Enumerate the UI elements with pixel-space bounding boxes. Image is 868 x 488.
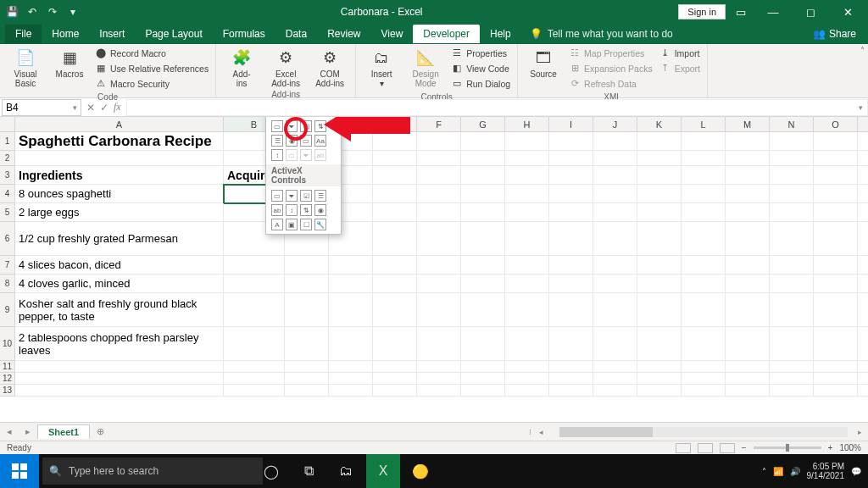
cell-B11[interactable] [224,361,285,373]
cell-A2[interactable] [15,151,224,166]
cell-N5[interactable] [770,203,814,222]
cell-L5[interactable] [682,203,726,222]
map-properties-button[interactable]: ☷Map Properties [569,46,653,60]
cell-H13[interactable] [505,385,549,396]
cell-C7[interactable] [285,256,329,274]
cell-K9[interactable] [637,293,682,327]
cell-J6[interactable] [593,222,637,256]
sheet-nav-prev-icon[interactable]: ◂ [0,426,19,437]
tab-file[interactable]: File [5,25,42,43]
com-addins-button[interactable]: ⚙COM Add-ins [311,46,348,88]
ax-checkbox-icon[interactable]: ☑ [300,190,312,202]
file-explorer-icon[interactable]: 🗂 [329,454,363,488]
cell-L12[interactable] [682,373,726,385]
sign-in-button[interactable]: Sign in [678,4,726,19]
cell-E2[interactable] [373,151,417,166]
col-header-K[interactable]: K [637,117,682,132]
cell-P13[interactable] [858,385,868,396]
cell-M4[interactable] [726,185,770,203]
cell-B13[interactable] [224,385,285,396]
qat-customize-icon[interactable]: ▾ [66,5,80,19]
cell-O12[interactable] [814,373,858,385]
cell-M11[interactable] [726,361,770,373]
cell-H2[interactable] [505,151,549,166]
enter-icon[interactable]: ✓ [100,102,108,114]
cell-M13[interactable] [726,385,770,396]
cell-E5[interactable] [373,203,417,222]
cell-M3[interactable] [726,166,770,185]
cell-H3[interactable] [505,166,549,185]
zoom-in-icon[interactable]: + [828,443,833,452]
cell-I13[interactable] [549,385,593,396]
cell-N10[interactable] [770,327,814,361]
form-list-icon[interactable]: ☰ [271,135,283,147]
cell-I11[interactable] [549,361,593,373]
row-header-3[interactable]: 3 [0,166,15,185]
tab-developer[interactable]: Developer [413,25,480,43]
cell-J9[interactable] [593,293,637,327]
import-button[interactable]: ⤓Import [659,46,700,60]
cell-A12[interactable] [15,373,224,385]
cell-P6[interactable] [858,222,868,256]
tell-me[interactable]: 💡 Tell me what you want to do [521,28,673,40]
cell-J8[interactable] [593,274,637,293]
cell-L7[interactable] [682,256,726,274]
cell-E1[interactable] [373,132,417,151]
row-header-12[interactable]: 12 [0,373,15,385]
redo-icon[interactable]: ↷ [46,5,59,19]
fx-icon[interactable]: fx [114,101,121,114]
cell-A7[interactable]: 4 slices bacon, diced [15,256,224,274]
hscroll-thumb[interactable] [559,427,653,437]
cell-O2[interactable] [814,151,858,166]
cell-H1[interactable] [505,132,549,151]
row-header-8[interactable]: 8 [0,274,15,293]
form-scroll-icon[interactable]: ↕ [271,149,283,161]
cell-F9[interactable] [417,293,461,327]
addins-button[interactable]: 🧩Add- ins [223,46,260,88]
insert-control-button[interactable]: 🗂Insert▾ [363,46,400,88]
cell-G2[interactable] [461,151,505,166]
row-header-11[interactable]: 11 [0,361,15,373]
cell-K10[interactable] [637,327,682,361]
cell-J2[interactable] [593,151,637,166]
col-header-L[interactable]: L [682,117,726,132]
use-relative-button[interactable]: ▦Use Relative References [95,61,209,75]
cell-G13[interactable] [461,385,505,396]
cell-C12[interactable] [285,373,329,385]
tab-data[interactable]: Data [275,25,317,43]
cell-P4[interactable] [858,185,868,203]
minimize-button[interactable]: — [756,0,790,24]
ax-spin-icon[interactable]: ⇅ [300,204,312,216]
cell-C8[interactable] [285,274,329,293]
cell-P5[interactable] [858,203,868,222]
cell-J7[interactable] [593,256,637,274]
cell-A13[interactable] [15,385,224,396]
cell-N1[interactable] [770,132,814,151]
notifications-icon[interactable]: 💬 [851,467,861,476]
cell-G4[interactable] [461,185,505,203]
cell-M5[interactable] [726,203,770,222]
tab-page-layout[interactable]: Page Layout [135,25,212,43]
cell-P11[interactable] [858,361,868,373]
cell-L4[interactable] [682,185,726,203]
cell-M2[interactable] [726,151,770,166]
collapse-ribbon-icon[interactable]: ˄ [860,46,865,55]
ax-more-icon[interactable]: 🔧 [314,219,326,230]
row-header-13[interactable]: 13 [0,385,15,396]
cell-M9[interactable] [726,293,770,327]
cell-O5[interactable] [814,203,858,222]
cell-N2[interactable] [770,151,814,166]
cell-I6[interactable] [549,222,593,256]
sheet-nav-next-icon[interactable]: ▸ [19,426,37,437]
col-header-F[interactable]: F [417,117,461,132]
cell-K8[interactable] [637,274,682,293]
view-normal-icon[interactable] [676,443,691,453]
start-button[interactable] [0,454,39,488]
col-header-G[interactable]: G [461,117,505,132]
cell-C9[interactable] [285,293,329,327]
cell-E10[interactable] [373,327,417,361]
row-header-4[interactable]: 4 [0,185,15,203]
col-header-M[interactable]: M [726,117,770,132]
cell-D7[interactable] [329,256,373,274]
cell-I10[interactable] [549,327,593,361]
